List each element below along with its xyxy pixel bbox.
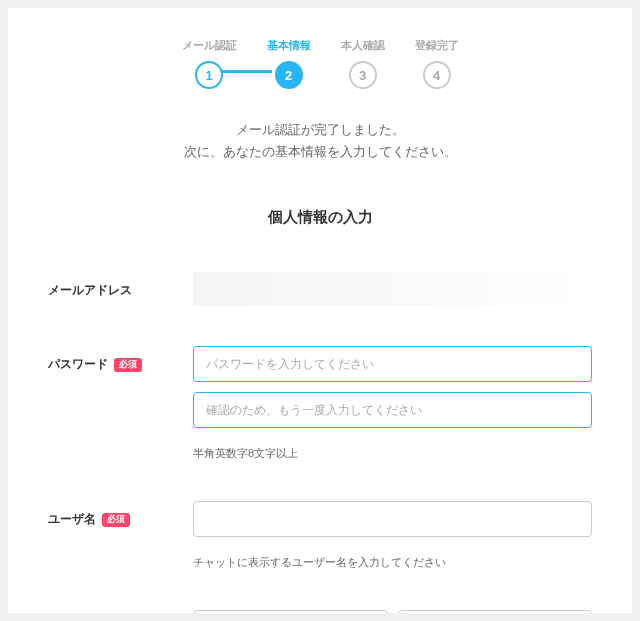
field-row-email: メールアドレス: [48, 272, 592, 306]
step-label: 本人確認: [341, 38, 385, 53]
step-label: メール認証: [182, 38, 237, 53]
registration-form-container: メール認証 1 基本情報 2 本人確認 3 登録完了 4 メール認証が完了しまし…: [8, 8, 632, 613]
info-message-1: メール認証が完了しました。: [48, 119, 592, 141]
required-badge: 必須: [114, 358, 142, 372]
step-label: 登録完了: [415, 38, 459, 53]
lastname-input[interactable]: [193, 610, 388, 613]
step-number: 4: [423, 61, 451, 89]
info-message-block: メール認証が完了しました。 次に、あなたの基本情報を入力してください。: [48, 119, 592, 163]
step-email-verification: メール認証 1: [182, 38, 237, 89]
required-badge: 必須: [102, 513, 130, 527]
field-row-password: パスワード 必須 半角英数字8文字以上: [48, 346, 592, 461]
firstname-input[interactable]: [398, 610, 593, 613]
info-message-2: 次に、あなたの基本情報を入力してください。: [48, 141, 592, 163]
field-row-name: 氏名 必須: [48, 610, 592, 613]
username-input[interactable]: [193, 501, 592, 537]
email-value: [193, 272, 592, 306]
password-hint: 半角英数字8文字以上: [193, 446, 592, 461]
step-identity-verification: 本人確認 3: [341, 38, 385, 89]
password-input[interactable]: [193, 346, 592, 382]
password-confirm-input[interactable]: [193, 392, 592, 428]
step-label: 基本情報: [267, 38, 311, 53]
step-basic-info: 基本情報 2: [267, 38, 311, 89]
username-label: ユーザ名 必須: [48, 501, 193, 528]
section-title: 個人情報の入力: [48, 208, 592, 227]
password-label: パスワード 必須: [48, 346, 193, 373]
name-label: 氏名 必須: [48, 610, 193, 613]
progress-stepper: メール認証 1 基本情報 2 本人確認 3 登録完了 4: [48, 38, 592, 89]
step-complete: 登録完了 4: [415, 38, 459, 89]
step-number: 1: [195, 61, 223, 89]
email-label: メールアドレス: [48, 272, 193, 299]
step-number: 3: [349, 61, 377, 89]
field-row-username: ユーザ名 必須 チャットに表示するユーザー名を入力してください: [48, 501, 592, 570]
step-number: 2: [275, 61, 303, 89]
username-hint: チャットに表示するユーザー名を入力してください: [193, 555, 592, 570]
